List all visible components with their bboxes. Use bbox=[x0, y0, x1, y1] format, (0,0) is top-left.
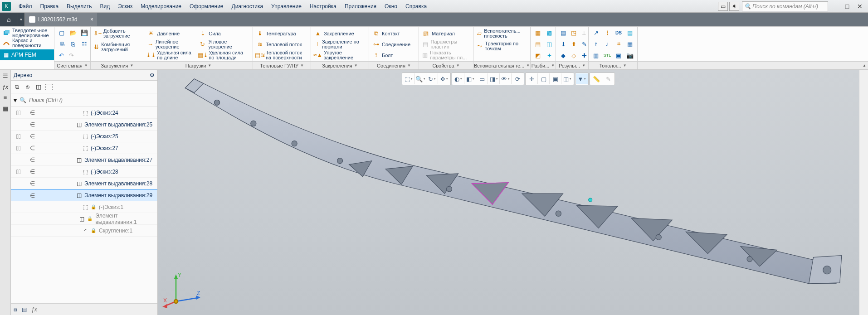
props-icon[interactable]: ☷ bbox=[80, 39, 89, 48]
cmd-aux-plane[interactable]: ▱Вспомогатель... плоскость bbox=[476, 28, 527, 39]
menu-Диагностика[interactable]: Диагностика bbox=[228, 0, 268, 13]
tree-tool-3-icon[interactable]: ◫ bbox=[34, 83, 43, 91]
visibility-toggle[interactable]: 👁̶ bbox=[13, 109, 24, 116]
strip-var-icon[interactable]: ▦ bbox=[1, 104, 10, 112]
tree-row[interactable]: ◫🔒Элемент выдавливания:1 bbox=[11, 213, 157, 225]
menu-Окно[interactable]: Окно bbox=[380, 0, 401, 13]
menu-Справка[interactable]: Справка bbox=[401, 0, 431, 13]
topo-stl-icon[interactable]: STL bbox=[603, 51, 612, 60]
window-close[interactable]: ✕ bbox=[853, 3, 866, 10]
print-icon[interactable]: 🖶 bbox=[57, 39, 66, 48]
tree-footer-2-icon[interactable]: ▤ bbox=[22, 306, 27, 313]
res-5-icon[interactable]: ⬆ bbox=[569, 39, 578, 48]
save-icon[interactable]: 💾 bbox=[80, 28, 89, 37]
include-toggle[interactable]: ∈ bbox=[26, 192, 38, 199]
tree-tool-4-icon[interactable] bbox=[45, 84, 53, 90]
menu-Правка[interactable]: Правка bbox=[36, 0, 63, 13]
tree-row[interactable]: 👁̶∈⬚(-)Эскиз:24 bbox=[11, 107, 157, 119]
topo-ds-icon[interactable]: DS bbox=[614, 28, 623, 37]
new-icon[interactable]: ▢ bbox=[57, 28, 66, 37]
topo-9-icon[interactable]: ▥ bbox=[591, 51, 600, 60]
include-toggle[interactable]: ∈ bbox=[26, 168, 38, 175]
tree-settings-icon[interactable]: ⚙ bbox=[150, 72, 155, 78]
tree-row[interactable]: ⬚🔒(-)Эскиз:1 bbox=[11, 201, 157, 213]
tab-close-icon[interactable]: × bbox=[90, 16, 93, 23]
copy-icon[interactable]: ⎘ bbox=[68, 39, 78, 48]
visibility-toggle[interactable]: 👁̶ bbox=[13, 145, 24, 152]
include-toggle[interactable]: ∈ bbox=[26, 109, 38, 116]
menu-Вид[interactable]: Вид bbox=[96, 0, 114, 13]
menu-Управление[interactable]: Управление bbox=[267, 0, 306, 13]
redo-icon[interactable]: ↷ bbox=[67, 52, 75, 60]
cmd-add-loadcase[interactable]: ⇩+ Добавить загружение bbox=[93, 28, 141, 39]
res-1-icon[interactable]: ▤ bbox=[559, 28, 568, 37]
menu-Приложения[interactable]: Приложения bbox=[341, 0, 380, 13]
res-4-icon[interactable]: ⬇ bbox=[559, 39, 568, 48]
tree-row[interactable]: ∈◫Элемент выдавливания:27 bbox=[11, 154, 157, 166]
menu-Оформление[interactable]: Оформление bbox=[185, 0, 227, 13]
tree-tool-1-icon[interactable]: ⧉ bbox=[13, 83, 21, 91]
res-6-icon[interactable]: ✎ bbox=[580, 39, 589, 48]
window-maximize[interactable]: □ bbox=[841, 3, 853, 10]
menu-Настройка[interactable]: Настройка bbox=[306, 0, 341, 13]
topo-12-icon[interactable]: 📷 bbox=[625, 51, 634, 60]
menu-Моделирование[interactable]: Моделирование bbox=[137, 0, 185, 13]
cmd-bolt[interactable]: ⟟Болт bbox=[372, 50, 416, 60]
viewport-3d[interactable]: ⬚ 🔍 ↻ ✥ ◐ ◧ ▭ ◨ 👁 ⟳ ✛ ▢ ▣ ◫ ▼ bbox=[158, 70, 859, 315]
cmd-material[interactable]: ▧Материал bbox=[422, 28, 470, 39]
topo-1-icon[interactable]: ↗ bbox=[591, 28, 600, 37]
cmd-flux-surf[interactable]: ▤≋Тепловой поток на поверхности bbox=[256, 50, 308, 60]
mesh-4-icon[interactable]: ◫ bbox=[545, 39, 554, 48]
tree-row[interactable]: 👁̶∈⬚(-)Эскиз:25 bbox=[11, 131, 157, 142]
res-9-icon[interactable]: ✚ bbox=[580, 51, 589, 60]
mesh-3-icon[interactable]: ▤ bbox=[533, 39, 542, 48]
include-toggle[interactable]: ∈ bbox=[26, 156, 38, 163]
topo-4-icon[interactable]: ▤ bbox=[625, 28, 634, 37]
cmd-combo-loadcase[interactable]: ⇊ Комбинация загружений bbox=[93, 42, 141, 52]
tree-tool-2-icon[interactable]: ⎋ bbox=[24, 83, 32, 91]
topo-8-icon[interactable]: ▦ bbox=[625, 39, 634, 48]
strip-tree-icon[interactable]: ☰ bbox=[1, 72, 10, 80]
cmd-contact[interactable]: ⧉Контакт bbox=[372, 28, 416, 39]
layout-button[interactable]: ▭ bbox=[718, 2, 728, 11]
res-7-icon[interactable]: ◆ bbox=[559, 51, 568, 60]
tree-row[interactable]: ∈◫Элемент выдавливания:29 bbox=[11, 189, 157, 201]
tree-footer-1-icon[interactable]: ⧈ bbox=[14, 306, 17, 313]
include-toggle[interactable]: ∈ bbox=[26, 133, 38, 140]
tree-footer-fx-icon[interactable]: ƒx bbox=[31, 306, 37, 313]
mesh-1-icon[interactable]: ▦ bbox=[533, 28, 542, 37]
open-icon[interactable]: 📂 bbox=[68, 28, 78, 37]
mesh-6-icon[interactable]: ✦ bbox=[545, 51, 554, 60]
mode-solid[interactable]: Твердотельное моделирование bbox=[3, 29, 51, 38]
include-toggle[interactable]: ∈ bbox=[26, 145, 38, 151]
cmd-fix[interactable]: ▲Закрепление bbox=[314, 28, 366, 39]
res-8-icon[interactable]: ◇ bbox=[569, 51, 578, 60]
topo-2-icon[interactable]: ⌇ bbox=[603, 28, 612, 37]
cmd-flux[interactable]: ≋Тепловой поток bbox=[256, 39, 308, 49]
cmd-temp[interactable]: 🌡Температура bbox=[256, 28, 308, 39]
visibility-toggle[interactable]: 👁̶ bbox=[13, 133, 24, 140]
tree-row[interactable]: ∈◫Элемент выдавливания:28 bbox=[11, 178, 157, 189]
tree-row[interactable]: 👁̶∈⬚(-)Эскиз:28 bbox=[11, 166, 157, 178]
topo-7-icon[interactable]: ⌗ bbox=[614, 39, 623, 48]
strip-fx-icon[interactable]: ƒx bbox=[1, 82, 10, 91]
menu-Файл[interactable]: Файл bbox=[15, 0, 36, 13]
mode-wire[interactable]: Каркас и поверхности bbox=[3, 39, 51, 48]
cmd-dist-len[interactable]: ⇣⇣Удельная сила по длине bbox=[147, 50, 193, 60]
window-minimize[interactable]: — bbox=[828, 3, 841, 10]
visibility-toggle[interactable]: 👁̶ bbox=[13, 168, 24, 175]
res-2-icon[interactable]: ◳ bbox=[569, 28, 578, 37]
cmd-traj[interactable]: ⤳Траектория по точкам bbox=[476, 41, 527, 51]
topo-6-icon[interactable]: ⫰ bbox=[603, 39, 612, 48]
strip-list-icon[interactable]: ≡ bbox=[1, 93, 10, 102]
home-dropdown[interactable]: ▼ bbox=[18, 13, 24, 26]
filter-icon[interactable]: ▾ bbox=[14, 97, 17, 104]
mesh-5-icon[interactable]: ◩ bbox=[533, 51, 542, 60]
topo-11-icon[interactable]: ▣ bbox=[614, 51, 623, 60]
cmd-ang-accel[interactable]: ↻Угловое ускорение bbox=[199, 39, 250, 49]
include-toggle[interactable]: ∈ bbox=[26, 121, 38, 128]
cmd-fix-normal[interactable]: ⊥Закрепление по нормали bbox=[314, 39, 366, 49]
menu-Выделить[interactable]: Выделить bbox=[63, 0, 96, 13]
mode-apm[interactable]: ▦ APM FEM bbox=[0, 49, 54, 60]
document-tab[interactable]: L30201562.m3d × bbox=[24, 13, 97, 26]
